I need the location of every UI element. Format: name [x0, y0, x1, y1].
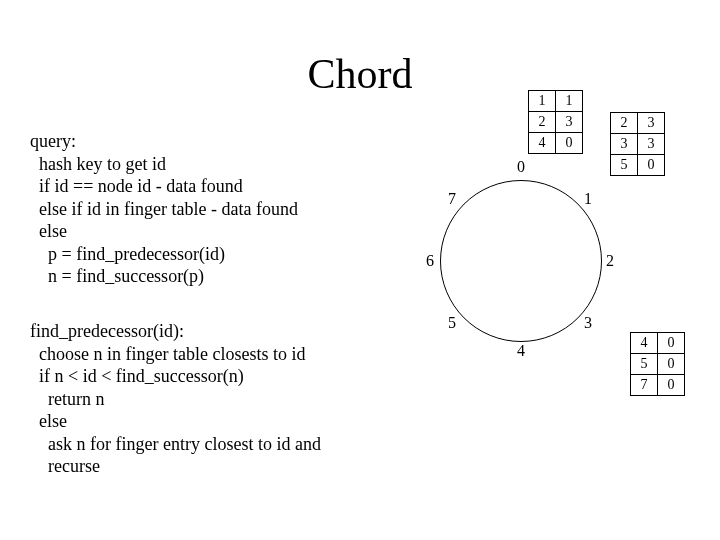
cell: 4	[631, 333, 658, 354]
cell: 0	[658, 354, 685, 375]
ring-node-7: 7	[448, 190, 456, 208]
cell: 1	[556, 91, 583, 112]
finger-table-node-3: 40 50 70	[630, 332, 685, 396]
ring-node-0: 0	[517, 158, 525, 176]
cell: 7	[631, 375, 658, 396]
finger-table-node-1: 23 33 50	[610, 112, 665, 176]
cell: 0	[658, 375, 685, 396]
pseudo-query: query: hash key to get id if id == node …	[30, 130, 298, 288]
ring-node-5: 5	[448, 314, 456, 332]
cell: 3	[556, 112, 583, 133]
chord-ring	[440, 180, 602, 342]
ring-node-3: 3	[584, 314, 592, 332]
cell: 4	[529, 133, 556, 154]
finger-table-node-0: 11 23 40	[528, 90, 583, 154]
ring-node-4: 4	[517, 342, 525, 360]
cell: 1	[529, 91, 556, 112]
cell: 0	[556, 133, 583, 154]
cell: 2	[611, 113, 638, 134]
cell: 3	[611, 134, 638, 155]
page-title: Chord	[0, 50, 720, 98]
ring-node-6: 6	[426, 252, 434, 270]
cell: 2	[529, 112, 556, 133]
cell: 3	[638, 134, 665, 155]
ring-node-2: 2	[606, 252, 614, 270]
cell: 5	[611, 155, 638, 176]
pseudo-find-predecessor: find_predecessor(id): choose n in finger…	[30, 320, 321, 478]
ring-node-1: 1	[584, 190, 592, 208]
cell: 3	[638, 113, 665, 134]
cell: 5	[631, 354, 658, 375]
cell: 0	[658, 333, 685, 354]
cell: 0	[638, 155, 665, 176]
